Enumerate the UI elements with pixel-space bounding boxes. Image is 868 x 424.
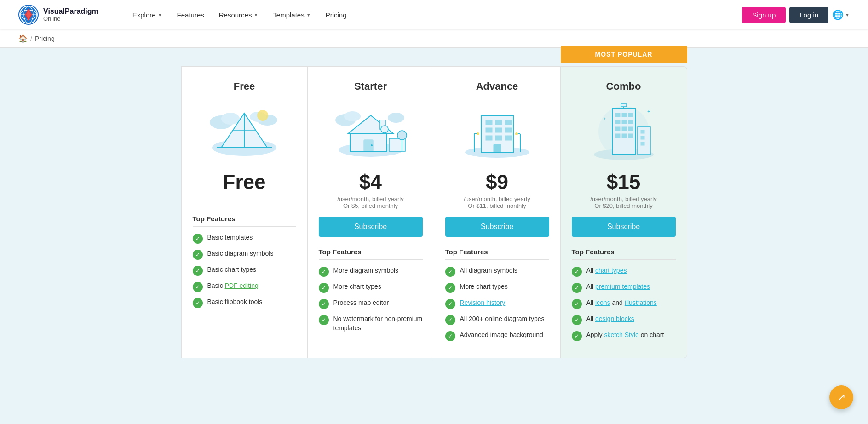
combo-price-area: $15 /user/month, billed yearly Or $20, b… (572, 171, 676, 209)
combo-feature-2: ✓ All icons and illustrations (572, 298, 676, 309)
advance-illustration (460, 104, 534, 159)
check-icon: ✓ (445, 283, 455, 293)
starter-illustration (334, 104, 408, 159)
combo-feature-4-text: Apply sketch Style on chart (586, 331, 664, 340)
check-icon: ✓ (319, 299, 329, 309)
advance-feature-0-text: All diagram symbols (460, 266, 517, 275)
nav-pricing[interactable]: Pricing (319, 7, 353, 23)
starter-feature-3: ✓ No watermark for non-premium templates (319, 315, 423, 332)
logo-name: VisualParadigm (43, 7, 98, 16)
nav-resources[interactable]: Resources ▼ (213, 7, 265, 23)
svg-rect-60 (628, 120, 633, 124)
main-nav: Explore ▼ Features Resources ▼ Templates… (126, 7, 742, 23)
free-feature-3-text: Basic PDF editing (207, 281, 259, 291)
illustrations-link[interactable]: illustrations (625, 299, 657, 306)
plan-starter: Starter (308, 66, 434, 358)
advance-price: $9 (445, 171, 549, 194)
free-feature-1-text: Basic diagram symbols (207, 249, 274, 258)
plan-free-title: Free (193, 80, 296, 92)
breadcrumb-separator: / (30, 35, 32, 42)
nav-features[interactable]: Features (171, 7, 211, 23)
svg-point-27 (381, 126, 388, 133)
plan-advance-title: Advance (445, 80, 549, 92)
svg-rect-39 (505, 128, 512, 132)
svg-rect-55 (615, 113, 620, 117)
logo[interactable]: VisualParadigm Online (18, 5, 98, 25)
check-icon: ✓ (193, 234, 203, 244)
premium-templates-link[interactable]: premium templates (595, 283, 650, 290)
plan-advance-image (445, 102, 549, 161)
nav-templates[interactable]: Templates ▼ (266, 7, 317, 23)
check-icon: ✓ (193, 282, 203, 292)
svg-rect-56 (622, 113, 627, 117)
icons-link[interactable]: icons (595, 299, 610, 306)
svg-rect-40 (486, 136, 492, 140)
combo-feature-0: ✓ All chart types (572, 266, 676, 277)
free-feature-0-text: Basic templates (207, 233, 253, 242)
advance-feature-2-text: Revision history (460, 298, 506, 308)
language-button[interactable]: 🌐 ▼ (832, 9, 850, 20)
revision-history-link[interactable]: Revision history (460, 299, 506, 306)
svg-rect-36 (505, 120, 512, 125)
svg-point-46 (477, 132, 479, 135)
advance-feature-1: ✓ More chart types (445, 282, 549, 293)
svg-rect-42 (505, 136, 512, 140)
starter-feature-0: ✓ More diagram symbols (319, 266, 423, 277)
globe-caret: ▼ (845, 12, 850, 17)
svg-rect-54 (621, 104, 627, 107)
check-icon: ✓ (572, 283, 582, 293)
svg-text:✦: ✦ (603, 117, 606, 121)
svg-rect-58 (615, 120, 620, 124)
nav-explore[interactable]: Explore ▼ (126, 7, 169, 23)
pdf-editing-link[interactable]: PDF editing (225, 282, 259, 289)
free-features-title: Top Features (193, 215, 296, 227)
combo-illustration: ✦ ✦ (587, 102, 661, 161)
home-icon[interactable]: 🏠 (18, 34, 28, 43)
advance-price-alt: Or $11, billed monthly (445, 202, 549, 209)
sketch-style-link[interactable]: sketch Style (604, 331, 638, 338)
svg-rect-43 (494, 144, 501, 152)
starter-feature-3-text: No watermark for non-premium templates (333, 315, 423, 332)
free-feature-4-text: Basic flipbook tools (207, 298, 263, 307)
svg-rect-61 (615, 127, 620, 131)
starter-feature-2-text: Process map editor (333, 298, 389, 308)
check-icon: ✓ (319, 267, 329, 277)
login-button[interactable]: Log in (789, 7, 828, 23)
check-icon: ✓ (445, 331, 455, 341)
advance-price-area: $9 /user/month, billed yearly Or $11, bi… (445, 171, 549, 209)
breadcrumb: 🏠 / Pricing (0, 29, 868, 48)
advance-feature-3-text: All 200+ online diagram types (460, 315, 545, 324)
svg-point-26 (371, 144, 373, 146)
svg-point-49 (515, 132, 518, 135)
svg-rect-65 (622, 134, 627, 138)
combo-feature-4: ✓ Apply sketch Style on chart (572, 331, 676, 341)
starter-feature-2: ✓ Process map editor (319, 298, 423, 309)
design-blocks-link[interactable]: design blocks (595, 315, 634, 322)
check-icon: ✓ (319, 283, 329, 293)
svg-rect-69 (641, 136, 644, 139)
combo-price-sub: /user/month, billed yearly (572, 195, 676, 202)
advance-price-sub: /user/month, billed yearly (445, 195, 549, 202)
check-icon: ✓ (572, 315, 582, 325)
combo-subscribe-button[interactable]: Subscribe (572, 217, 676, 237)
plan-combo: Combo (561, 66, 687, 358)
chart-types-link[interactable]: chart types (595, 267, 627, 274)
starter-price-area: $4 /user/month, billed yearly Or $5, bil… (319, 171, 423, 209)
svg-rect-34 (486, 120, 492, 125)
svg-text:✦: ✦ (647, 109, 650, 114)
check-icon: ✓ (445, 315, 455, 325)
free-illustration (207, 104, 281, 159)
plan-starter-image (319, 102, 423, 161)
svg-rect-57 (628, 113, 633, 117)
plan-combo-title: Combo (572, 80, 676, 92)
free-feature-0: ✓ Basic templates (193, 233, 296, 244)
most-popular-banner: MOST POPULAR (561, 46, 687, 63)
free-feature-3: ✓ Basic PDF editing (193, 281, 296, 292)
advance-subscribe-button[interactable]: Subscribe (445, 217, 549, 237)
starter-subscribe-button[interactable]: Subscribe (319, 217, 423, 237)
fab-button[interactable]: ↗ (829, 385, 853, 409)
svg-rect-68 (641, 130, 644, 133)
signup-button[interactable]: Sign up (742, 7, 786, 23)
svg-point-20 (344, 111, 361, 121)
check-icon: ✓ (572, 331, 582, 341)
